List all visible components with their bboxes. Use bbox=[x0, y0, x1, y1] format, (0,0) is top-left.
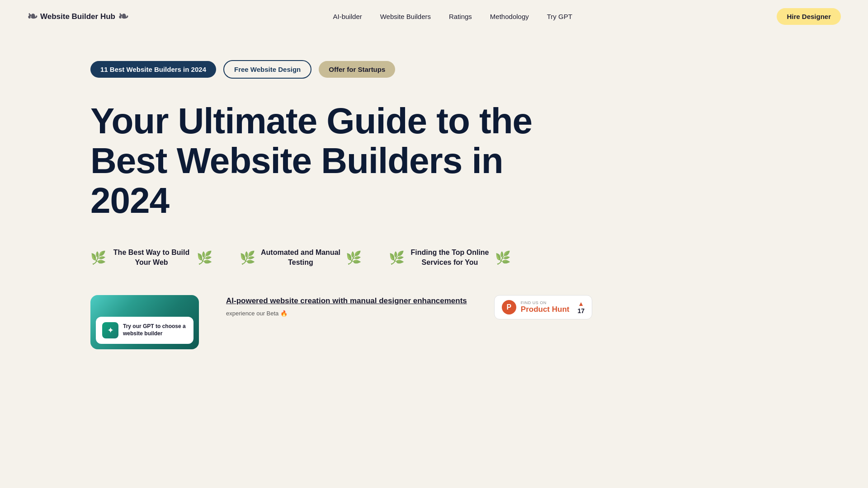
logo-laurel-left: ❧ bbox=[27, 9, 38, 24]
ai-beta-text: experience our Beta 🔥 bbox=[226, 310, 467, 317]
gpt-icon: ✦ bbox=[102, 322, 118, 338]
product-hunt-icon: P bbox=[502, 300, 516, 314]
main-content: 11 Best Website Builders in 2024 Free We… bbox=[0, 33, 868, 349]
badge-best-builders[interactable]: 11 Best Website Builders in 2024 bbox=[90, 61, 216, 78]
logo-text: Website Builder Hub bbox=[40, 12, 115, 21]
award-item-3: 🌿 Finding the Top Online Services for Yo… bbox=[389, 248, 511, 268]
nav-ai-builder[interactable]: AI-builder bbox=[333, 13, 362, 20]
hero-title: Your Ultimate Guide to the Best Website … bbox=[90, 101, 588, 221]
ph-text-block: FIND US ON Product Hunt bbox=[521, 300, 570, 314]
award-1-text: The Best Way to Build Your Web bbox=[111, 248, 192, 268]
award-2-text: Automated and Manual Testing bbox=[260, 248, 341, 268]
badges-row: 11 Best Website Builders in 2024 Free We… bbox=[90, 60, 778, 79]
gpt-label: Try our GPT to choose a website builder bbox=[123, 323, 187, 337]
award-2-laurel-left: 🌿 bbox=[240, 250, 255, 265]
award-2-laurel-right: 🌿 bbox=[346, 250, 362, 265]
product-hunt-badge[interactable]: P FIND US ON Product Hunt ▲ 17 bbox=[494, 295, 592, 319]
ph-arrow-icon: ▲ bbox=[578, 300, 584, 307]
hire-designer-button[interactable]: Hire Designer bbox=[777, 8, 841, 25]
award-3-laurel-right: 🌿 bbox=[495, 250, 511, 265]
nav-methodology[interactable]: Methodology bbox=[490, 13, 529, 20]
ph-name: Product Hunt bbox=[521, 305, 570, 314]
nav-links: AI-builder Website Builders Ratings Meth… bbox=[333, 13, 572, 21]
ai-text-block: AI-powered website creation with manual … bbox=[226, 295, 467, 317]
award-row: 🌿 The Best Way to Build Your Web 🌿 🌿 Aut… bbox=[90, 248, 778, 268]
logo-laurel-right: ❧ bbox=[118, 9, 128, 24]
ph-number: 17 bbox=[577, 307, 585, 314]
nav-website-builders[interactable]: Website Builders bbox=[380, 13, 431, 20]
award-item-2: 🌿 Automated and Manual Testing 🌿 bbox=[240, 248, 362, 268]
gpt-card[interactable]: ✦ Try our GPT to choose a website builde… bbox=[90, 295, 199, 349]
badge-startups[interactable]: Offer for Startups bbox=[319, 61, 395, 78]
bottom-row: ✦ Try our GPT to choose a website builde… bbox=[90, 295, 778, 349]
ai-main-text[interactable]: AI-powered website creation with manual … bbox=[226, 295, 467, 307]
award-1-laurel-left: 🌿 bbox=[90, 250, 106, 265]
ph-count-block: ▲ 17 bbox=[577, 300, 585, 314]
award-1-laurel-right: 🌿 bbox=[197, 250, 212, 265]
logo[interactable]: ❧ Website Builder Hub ❧ bbox=[27, 9, 128, 24]
award-3-laurel-left: 🌿 bbox=[389, 250, 405, 265]
gpt-card-inner: ✦ Try our GPT to choose a website builde… bbox=[96, 317, 193, 344]
badge-free-design[interactable]: Free Website Design bbox=[223, 60, 311, 79]
award-item-1: 🌿 The Best Way to Build Your Web 🌿 bbox=[90, 248, 212, 268]
nav-ratings[interactable]: Ratings bbox=[449, 13, 472, 20]
ph-find-text: FIND US ON bbox=[521, 300, 570, 305]
award-3-text: Finding the Top Online Services for You bbox=[409, 248, 491, 268]
nav-try-gpt[interactable]: Try GPT bbox=[547, 13, 572, 20]
